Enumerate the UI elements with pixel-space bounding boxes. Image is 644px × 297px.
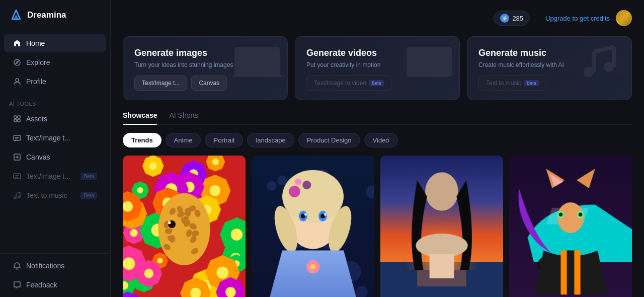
- sidebar-item-canvas[interactable]: Canvas: [4, 148, 106, 166]
- text-to-music-button: Text to music Beta: [478, 76, 546, 91]
- card-generate-music[interactable]: Generate music Create music effortlessly…: [467, 36, 632, 100]
- text-image-icon: [13, 134, 21, 142]
- svg-rect-7: [18, 119, 20, 122]
- card-desc: Create music effortlessly with AI: [478, 61, 620, 68]
- svg-point-25: [604, 62, 614, 72]
- beta-tag: Beta: [369, 80, 384, 86]
- credits-badge: ⚡ 285: [494, 11, 530, 26]
- svg-rect-6: [14, 119, 17, 122]
- sidebar-item-explore[interactable]: Explore: [4, 53, 106, 71]
- explore-icon: [13, 58, 21, 66]
- svg-point-17: [14, 197, 16, 199]
- credits-amount: 285: [512, 15, 523, 22]
- text-image-button[interactable]: Text/Image t...: [134, 76, 187, 91]
- sidebar-item-assets[interactable]: Assets: [4, 110, 106, 128]
- beta-tag-music: Beta: [524, 80, 539, 86]
- svg-rect-4: [14, 116, 17, 118]
- svg-rect-14: [14, 174, 21, 179]
- card-generate-images[interactable]: Generate images Turn your ideas into stu…: [123, 36, 288, 100]
- music-icon: [13, 191, 21, 199]
- beta-badge-music: Beta: [80, 192, 97, 199]
- svg-rect-5: [18, 116, 20, 118]
- svg-rect-22: [407, 47, 452, 77]
- feedback-icon: [13, 281, 21, 289]
- image-card-3[interactable]: [380, 156, 503, 297]
- ai-tools-label: AI tools: [0, 95, 110, 109]
- home-icon: [13, 39, 21, 47]
- sidebar-item-feedback[interactable]: Feedback: [4, 276, 106, 294]
- text-to-video-button: Text/Image to video Beta: [306, 76, 391, 91]
- filter-landscape[interactable]: landscape: [247, 133, 294, 147]
- card-generate-videos[interactable]: Generate videos Put your creativity in m…: [295, 36, 460, 100]
- svg-rect-8: [14, 135, 21, 140]
- image-card-1[interactable]: [123, 156, 246, 297]
- sidebar: Dreamina Home Explore Profile AI tools: [0, 0, 111, 297]
- card-desc: Put your creativity in motion: [306, 61, 448, 68]
- app-name: Dreamina: [27, 10, 66, 20]
- svg-marker-21: [232, 57, 282, 77]
- canvas-icon: [13, 153, 21, 161]
- main-nav: Home Explore Profile: [0, 30, 110, 95]
- svg-point-18: [18, 196, 20, 198]
- main-content: ⚡ 285 Upgrade to get credits Generate im…: [111, 0, 644, 297]
- tab-ai-shorts[interactable]: AI Shorts: [169, 111, 198, 124]
- svg-line-28: [594, 47, 614, 52]
- avatar-image: [616, 10, 632, 26]
- sidebar-item-profile[interactable]: Profile: [4, 72, 106, 91]
- logo[interactable]: Dreamina: [0, 0, 110, 30]
- svg-marker-1: [14, 14, 18, 19]
- tools-nav: Assets Text/Image t... Canvas Text/Image…: [0, 109, 110, 205]
- sidebar-item-text-image[interactable]: Text/Image t...: [4, 129, 106, 147]
- sidebar-item-notifications[interactable]: Notifications: [4, 257, 106, 275]
- text-image-beta-icon: [13, 172, 21, 180]
- assets-icon: [13, 115, 21, 123]
- showcase-tabs: Showcase AI Shorts: [123, 111, 632, 125]
- svg-point-2: [14, 59, 20, 65]
- filter-portrait[interactable]: Portrait: [205, 133, 243, 147]
- svg-point-3: [16, 79, 19, 82]
- profile-icon: [13, 78, 21, 86]
- filter-trends[interactable]: Trends: [123, 133, 162, 147]
- card-title: Generate music: [478, 48, 620, 58]
- filter-anime[interactable]: Anime: [166, 133, 201, 147]
- logo-icon: [9, 8, 23, 22]
- filter-pills: Trends Anime Portrait landscape Product …: [123, 133, 632, 147]
- credits-icon: ⚡: [500, 14, 509, 23]
- topbar-divider: [535, 13, 535, 23]
- card-title: Generate videos: [306, 48, 448, 58]
- tab-showcase[interactable]: Showcase: [123, 111, 157, 124]
- svg-rect-19: [234, 47, 280, 77]
- svg-point-20: [238, 53, 251, 65]
- card-buttons: Text/Image to video Beta: [306, 76, 448, 91]
- feature-cards: Generate images Turn your ideas into stu…: [123, 36, 632, 100]
- upgrade-link[interactable]: Upgrade to get credits: [545, 15, 610, 22]
- sidebar-item-text-music[interactable]: Text to music Beta: [4, 186, 106, 204]
- avatar[interactable]: [616, 10, 632, 26]
- card-desc: Turn your ideas into stunning images: [134, 61, 276, 68]
- sidebar-item-home[interactable]: Home: [4, 34, 106, 52]
- image-card-2[interactable]: Gelyn Lakwatsera ♡ 58 ↓ 750: [252, 156, 374, 297]
- bell-icon: [13, 262, 21, 270]
- canvas-button[interactable]: Canvas: [191, 76, 227, 91]
- card-buttons: Text to music Beta: [478, 76, 620, 91]
- filter-product-design[interactable]: Product Design: [298, 133, 360, 147]
- card-buttons: Text/Image t... Canvas: [134, 76, 276, 91]
- beta-badge: Beta: [80, 173, 97, 180]
- svg-point-24: [584, 67, 594, 77]
- topbar: ⚡ 285 Upgrade to get credits: [123, 10, 632, 26]
- card-title: Generate images: [134, 48, 276, 58]
- filter-video[interactable]: Video: [364, 133, 398, 147]
- sidebar-item-text-image-beta[interactable]: Text/Image t... Beta: [4, 167, 106, 185]
- image-grid: Gelyn Lakwatsera ♡ 58 ↓ 750: [123, 156, 632, 297]
- sidebar-bottom: Notifications Feedback: [0, 253, 110, 297]
- image-card-4[interactable]: [509, 156, 632, 297]
- svg-marker-23: [422, 52, 444, 72]
